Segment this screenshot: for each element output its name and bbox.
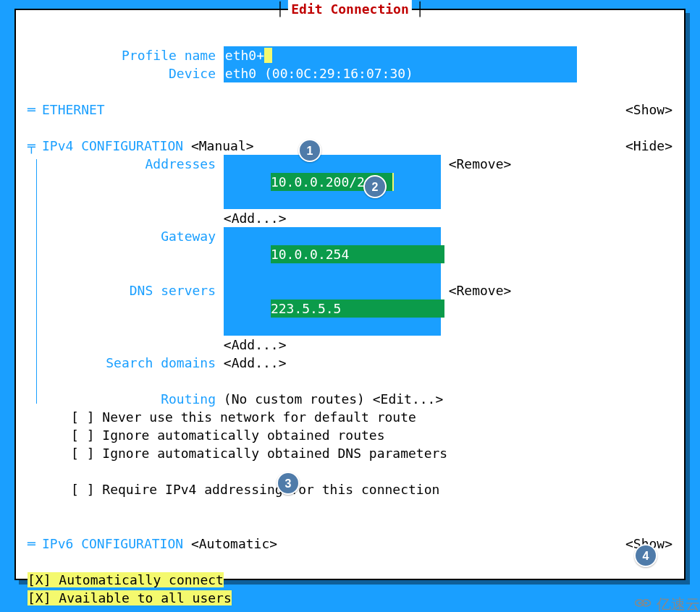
ipv4-gateway-label: Gateway bbox=[28, 227, 216, 245]
ipv4-search-label: Search domains bbox=[28, 354, 216, 372]
ipv4-dns-input[interactable]: 223.5.5.5 bbox=[224, 281, 441, 336]
edit-connection-dialog: ┤ Edit Connection ├ Profile name eth0+ D… bbox=[14, 9, 686, 580]
auto-connect-checkbox[interactable]: [X] Automatically connect bbox=[28, 571, 672, 589]
expand-icon[interactable]: ╤ bbox=[28, 137, 42, 155]
device-label: Device bbox=[28, 64, 216, 82]
ipv4-dns-remove-button[interactable]: <Remove> bbox=[449, 281, 512, 299]
ipv4-search-row: Search domains <Add...> bbox=[28, 354, 672, 372]
title-frame-left: ┤ bbox=[276, 0, 284, 18]
collapse-icon[interactable]: ═ bbox=[28, 535, 42, 553]
ipv4-dns-row: DNS servers 223.5.5.5 <Remove> bbox=[28, 281, 672, 336]
all-users-checkbox[interactable]: [X] Available to all users bbox=[28, 589, 672, 607]
svg-point-2 bbox=[638, 602, 640, 603]
watermark-icon bbox=[632, 595, 654, 612]
ipv4-cb-ignore-routes[interactable]: [ ] Ignore automatically obtained routes bbox=[28, 426, 672, 444]
ipv4-dns-label: DNS servers bbox=[28, 281, 216, 299]
svg-point-3 bbox=[645, 602, 646, 603]
ipv4-mode-button[interactable]: <Manual> bbox=[191, 138, 254, 153]
title-frame-right: ├ bbox=[416, 0, 424, 18]
ipv4-routing-value: (No custom routes) bbox=[224, 390, 365, 408]
ipv6-section: ═ IPv6 CONFIGURATION <Automatic> <Show> bbox=[28, 535, 672, 553]
ipv4-search-add-button[interactable]: <Add...> bbox=[224, 354, 287, 372]
callout-2: 2 bbox=[363, 175, 387, 198]
device-input[interactable]: eth0 (00:0C:29:16:07:30) bbox=[224, 64, 577, 82]
ipv4-addresses-row: Addresses 10.0.0.200/24 <Remove> bbox=[28, 155, 672, 209]
ipv4-address-add-button[interactable]: <Add...> bbox=[224, 209, 287, 227]
ipv4-tree-line bbox=[36, 159, 37, 404]
ipv4-gateway-input[interactable]: 10.0.0.254 bbox=[224, 227, 441, 281]
ethernet-show-button[interactable]: <Show> bbox=[625, 101, 672, 119]
callout-4: 4 bbox=[634, 544, 657, 567]
ipv4-address-add-row: <Add...> bbox=[28, 209, 672, 227]
ipv4-dns-add-row: <Add...> bbox=[28, 336, 672, 354]
watermark-text: 亿速云 bbox=[657, 595, 700, 613]
device-row: Device eth0 (00:0C:29:16:07:30) bbox=[28, 64, 672, 82]
ipv4-cb-require-ipv4[interactable]: [ ] Require IPv4 addressing for this con… bbox=[28, 480, 672, 498]
ethernet-section: ═ ETHERNET <Show> bbox=[28, 101, 672, 119]
dialog-title-bar: ┤ Edit Connection ├ bbox=[276, 0, 423, 18]
ipv6-section-label: IPv6 CONFIGURATION bbox=[42, 536, 183, 551]
ipv4-address-remove-button[interactable]: <Remove> bbox=[449, 155, 512, 173]
ipv4-cb-ignore-dns[interactable]: [ ] Ignore automatically obtained DNS pa… bbox=[28, 444, 672, 462]
ipv4-routing-edit-button[interactable]: <Edit...> bbox=[373, 390, 444, 408]
ipv4-section: ╤ IPv4 CONFIGURATION <Manual> <Hide> bbox=[28, 137, 672, 155]
ipv4-address-input[interactable]: 10.0.0.200/24 bbox=[224, 155, 441, 209]
profile-name-input[interactable]: eth0+ bbox=[224, 46, 577, 64]
ipv6-mode-button[interactable]: <Automatic> bbox=[191, 536, 277, 551]
profile-name-row: Profile name eth0+ bbox=[28, 46, 672, 64]
ipv4-addresses-label: Addresses bbox=[28, 155, 216, 173]
ipv4-cb-default-route[interactable]: [ ] Never use this network for default r… bbox=[28, 408, 672, 426]
ipv4-dns-add-button[interactable]: <Add...> bbox=[224, 336, 287, 354]
ipv4-routing-row: Routing (No custom routes) <Edit...> bbox=[28, 390, 672, 408]
ipv4-routing-label: Routing bbox=[28, 390, 216, 408]
callout-1: 1 bbox=[298, 139, 321, 162]
ethernet-section-label: ETHERNET bbox=[42, 102, 105, 117]
callout-3: 3 bbox=[277, 472, 300, 495]
profile-name-label: Profile name bbox=[28, 46, 216, 64]
dialog-title: Edit Connection bbox=[288, 0, 412, 18]
ipv4-hide-button[interactable]: <Hide> bbox=[625, 137, 672, 155]
collapse-icon[interactable]: ═ bbox=[28, 101, 42, 119]
ipv4-gateway-row: Gateway 10.0.0.254 bbox=[28, 227, 672, 281]
watermark: 亿速云 bbox=[632, 595, 700, 612]
ipv4-section-label: IPv4 CONFIGURATION bbox=[42, 138, 183, 153]
